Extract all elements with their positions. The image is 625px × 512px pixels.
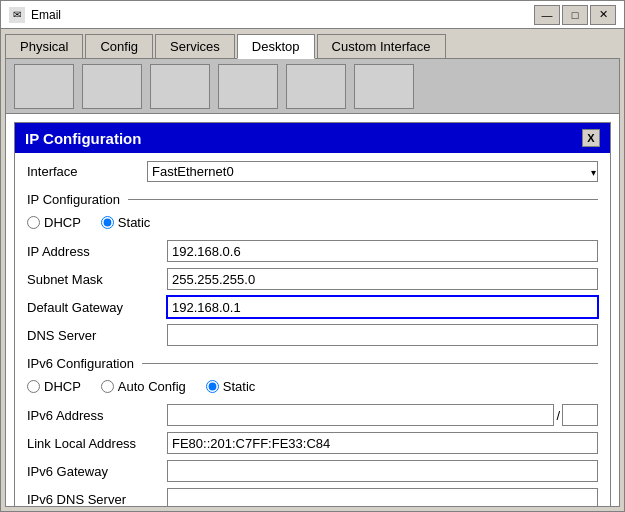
content-area: IP Configuration X Interface FastEtherne… [5, 58, 620, 507]
thumbnail-5 [286, 64, 346, 109]
ip-address-input[interactable] [167, 240, 598, 262]
title-bar: ✉ Email — □ ✕ [1, 1, 624, 29]
ipv6-dhcp-label: DHCP [44, 379, 81, 394]
thumbnail-4 [218, 64, 278, 109]
ipv6-auto-radio[interactable] [101, 380, 114, 393]
ipv6-static-label: Static [223, 379, 256, 394]
dns-server-label: DNS Server [27, 328, 167, 343]
ipv6-mode-radio-group: DHCP Auto Config Static [27, 379, 598, 394]
dns-server-input[interactable] [167, 324, 598, 346]
static-label: Static [118, 215, 151, 230]
ipv6-address-input[interactable] [167, 404, 554, 426]
ip-panel-body: Interface FastEthernet0 ▾ IP Configurati… [15, 153, 610, 507]
tab-custom-interface[interactable]: Custom Interface [317, 34, 446, 59]
ipv6-section: IPv6 Configuration DHCP Auto Config [27, 356, 598, 507]
ipv6-dhcp-radio[interactable] [27, 380, 40, 393]
ipv6-section-label: IPv6 Configuration [27, 356, 598, 371]
ip-panel-title: IP Configuration [25, 130, 141, 147]
window-controls: — □ ✕ [534, 5, 616, 25]
tab-services[interactable]: Services [155, 34, 235, 59]
ipv6-prefix-separator: / [556, 408, 560, 423]
ipv6-dhcp-radio-label[interactable]: DHCP [27, 379, 81, 394]
ipv6-static-radio-label[interactable]: Static [206, 379, 256, 394]
ipv6-auto-radio-label[interactable]: Auto Config [101, 379, 186, 394]
tab-physical[interactable]: Physical [5, 34, 83, 59]
ipv6-gateway-row: IPv6 Gateway [27, 460, 598, 482]
interface-row: Interface FastEthernet0 ▾ [27, 161, 598, 182]
interface-select-wrapper: FastEthernet0 ▾ [147, 161, 598, 182]
interface-label: Interface [27, 164, 147, 179]
ipv6-dns-row: IPv6 DNS Server [27, 488, 598, 507]
ipv6-address-row: IPv6 Address / [27, 404, 598, 426]
minimize-button[interactable]: — [534, 5, 560, 25]
title-bar-left: ✉ Email [9, 7, 61, 23]
ipv6-static-radio[interactable] [206, 380, 219, 393]
dhcp-radio-label[interactable]: DHCP [27, 215, 81, 230]
static-radio-label[interactable]: Static [101, 215, 151, 230]
ipv6-gateway-input[interactable] [167, 460, 598, 482]
subnet-mask-input[interactable] [167, 268, 598, 290]
window-title: Email [31, 8, 61, 22]
ipv6-gateway-label: IPv6 Gateway [27, 464, 167, 479]
ipv4-section-label: IP Configuration [27, 192, 598, 207]
link-local-input[interactable] [167, 432, 598, 454]
ipv6-prefix-input[interactable] [562, 404, 598, 426]
subnet-mask-label: Subnet Mask [27, 272, 167, 287]
ip-mode-radio-group: DHCP Static [27, 215, 598, 230]
dns-server-row: DNS Server [27, 324, 598, 346]
dhcp-radio[interactable] [27, 216, 40, 229]
tab-config[interactable]: Config [85, 34, 153, 59]
main-window: ✉ Email — □ ✕ Physical Config Services D… [0, 0, 625, 512]
tab-bar: Physical Config Services Desktop Custom … [1, 29, 624, 58]
ip-address-row: IP Address [27, 240, 598, 262]
thumbnail-strip [6, 59, 619, 114]
thumbnail-3 [150, 64, 210, 109]
ipv6-dns-label: IPv6 DNS Server [27, 492, 167, 507]
link-local-label: Link Local Address [27, 436, 167, 451]
default-gateway-row: Default Gateway [27, 296, 598, 318]
ipv6-addr-row: / [167, 404, 598, 426]
ipv6-dns-input[interactable] [167, 488, 598, 507]
thumbnail-1 [14, 64, 74, 109]
ip-panel-header: IP Configuration X [15, 123, 610, 153]
close-button[interactable]: ✕ [590, 5, 616, 25]
interface-select[interactable]: FastEthernet0 [147, 161, 598, 182]
thumbnail-2 [82, 64, 142, 109]
subnet-mask-row: Subnet Mask [27, 268, 598, 290]
ip-config-panel: IP Configuration X Interface FastEtherne… [14, 122, 611, 507]
dhcp-label: DHCP [44, 215, 81, 230]
link-local-row: Link Local Address [27, 432, 598, 454]
tab-desktop[interactable]: Desktop [237, 34, 315, 59]
maximize-button[interactable]: □ [562, 5, 588, 25]
thumbnail-6 [354, 64, 414, 109]
static-radio[interactable] [101, 216, 114, 229]
default-gateway-label: Default Gateway [27, 300, 167, 315]
email-icon: ✉ [9, 7, 25, 23]
ipv6-address-label: IPv6 Address [27, 408, 167, 423]
ipv6-auto-label: Auto Config [118, 379, 186, 394]
ip-address-label: IP Address [27, 244, 167, 259]
default-gateway-input[interactable] [167, 296, 598, 318]
ip-panel-close-button[interactable]: X [582, 129, 600, 147]
